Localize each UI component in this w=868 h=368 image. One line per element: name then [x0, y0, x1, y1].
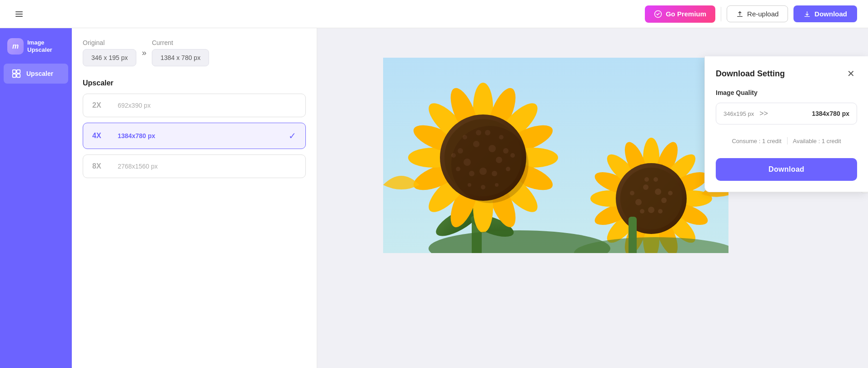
upscaler-section-title: Upscaler: [83, 79, 306, 87]
preview-area: Download Setting ✕ Image Quality 346x195…: [317, 28, 868, 368]
svg-rect-0: [15, 11, 23, 12]
svg-point-72: [661, 198, 667, 203]
current-label: Current: [152, 39, 209, 46]
quality-arrow: >>: [759, 109, 768, 118]
dims-row: Original 346 x 195 px » Current 1384 x 7…: [83, 39, 306, 66]
app-name: Image Upscaler: [27, 39, 52, 53]
dims-2x: 692x390 px: [118, 102, 150, 109]
panel-title: Download Setting: [716, 69, 785, 79]
svg-rect-4: [13, 70, 16, 73]
svg-rect-1: [15, 14, 23, 15]
download-panel-button[interactable]: Download: [716, 158, 857, 181]
svg-point-73: [635, 199, 642, 205]
dims-4x: 1384x780 px: [118, 132, 155, 139]
svg-point-74: [648, 207, 654, 213]
svg-point-77: [668, 191, 673, 195]
credits-divider: [787, 137, 788, 144]
svg-point-79: [653, 177, 658, 182]
selected-check-icon: ✓: [289, 130, 296, 141]
dims-arrow: »: [142, 48, 146, 58]
svg-point-76: [640, 209, 644, 214]
original-section: Original 346 x 195 px: [83, 39, 136, 66]
preview-image: [383, 58, 728, 253]
upscale-option-2x[interactable]: 2X 692x390 px: [83, 94, 306, 117]
sidebar-item-label: Upscaler: [26, 70, 53, 77]
svg-point-70: [655, 189, 661, 195]
sidebar: m Image Upscaler Upscaler: [0, 28, 72, 368]
svg-rect-2: [15, 16, 23, 17]
download-setting-panel: Download Setting ✕ Image Quality 346x195…: [704, 56, 868, 192]
reupload-label: Re-upload: [747, 10, 778, 18]
app-header: Go Premium Re-upload Download: [0, 0, 868, 28]
current-dims: 1384 x 780 px: [152, 49, 209, 66]
settings-panel: Original 346 x 195 px » Current 1384 x 7…: [72, 28, 317, 368]
sidebar-item-upscaler[interactable]: Upscaler: [4, 64, 68, 84]
go-premium-button[interactable]: Go Premium: [645, 5, 715, 23]
original-label: Original: [83, 39, 136, 46]
panel-header: Download Setting ✕: [716, 67, 857, 80]
original-dims: 346 x 195 px: [83, 49, 136, 66]
svg-point-51: [451, 126, 529, 203]
credits-row: Consume : 1 credit Available : 1 credit: [716, 133, 857, 149]
current-section: Current 1384 x 780 px: [152, 39, 209, 66]
svg-point-75: [658, 209, 663, 214]
multiplier-2x: 2X: [92, 101, 109, 109]
consume-credits-text: Consume : 1 credit: [732, 138, 781, 144]
premium-label: Go Premium: [666, 10, 706, 18]
upscale-option-4x[interactable]: 4X 1384x780 px ✓: [83, 123, 306, 149]
svg-point-80: [644, 177, 649, 182]
svg-rect-5: [17, 70, 20, 73]
reupload-button[interactable]: Re-upload: [727, 5, 788, 22]
svg-rect-7: [17, 74, 20, 77]
header-left: [11, 6, 27, 22]
dims-8x: 2768x1560 px: [118, 163, 158, 170]
close-panel-button[interactable]: ✕: [844, 67, 857, 80]
download-header-label: Download: [814, 10, 847, 18]
upscale-option-8x[interactable]: 8X 2768x1560 px: [83, 154, 306, 178]
available-credits-text: Available : 1 credit: [793, 138, 841, 144]
svg-rect-6: [13, 74, 16, 77]
download-header-button[interactable]: Download: [793, 5, 857, 22]
sidebar-toggle-button[interactable]: [11, 6, 27, 22]
app-logo-icon: m: [7, 38, 24, 55]
quality-to-dims: 1384x780 px: [812, 110, 849, 117]
quality-label: Image Quality: [716, 89, 857, 96]
upscaler-icon: [11, 68, 22, 79]
svg-point-78: [630, 191, 634, 195]
multiplier-8x: 8X: [92, 162, 109, 170]
quality-row: 346x195 px >> 1384x780 px: [716, 103, 857, 124]
quality-from-dims: 346x195 px: [723, 110, 754, 117]
multiplier-4x: 4X: [92, 132, 109, 140]
logo-area: m Image Upscaler: [0, 34, 72, 59]
main-layout: m Image Upscaler Upscaler Original: [0, 28, 868, 368]
download-panel-label: Download: [768, 165, 804, 173]
svg-point-71: [643, 184, 649, 190]
header-divider: [721, 7, 721, 21]
